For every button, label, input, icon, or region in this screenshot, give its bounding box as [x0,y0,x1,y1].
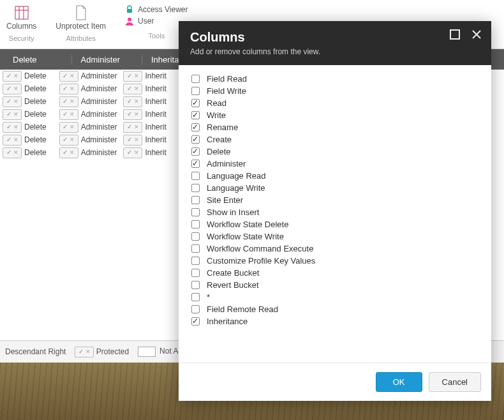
column-option-label: Create Bucket [207,268,259,278]
column-checkbox[interactable] [191,196,200,204]
column-option[interactable]: Field Read [189,73,481,85]
maximize-icon [450,29,460,40]
column-option[interactable]: * [189,291,481,303]
column-option-label: Rename [207,123,238,132]
column-checkbox[interactable] [191,75,200,83]
column-option-label: Delete [207,147,231,156]
column-checkbox[interactable] [191,147,200,156]
columns-dialog: Columns Add or remove columns from the v… [179,21,491,401]
column-option-label: Administer [207,159,246,169]
column-option[interactable]: Rename [189,121,481,133]
column-checkbox[interactable] [191,293,200,301]
dialog-title: Columns [190,30,480,45]
column-option[interactable]: Workflow Command Execute [189,243,481,255]
cancel-button[interactable]: Cancel [429,372,481,392]
column-option-label: Create [207,135,232,144]
column-checkbox[interactable] [191,111,200,119]
column-option[interactable]: Administer [189,158,481,170]
column-checkbox[interactable] [191,220,200,229]
column-option-label: Workflow Command Execute [207,244,313,253]
column-option-label: Workflow State Write [207,232,284,241]
column-checkbox[interactable] [191,232,200,241]
column-option-label: Read [207,98,226,108]
close-icon [471,29,482,40]
close-button[interactable] [471,29,482,40]
column-option[interactable]: Inheritance [189,315,481,327]
column-checkbox[interactable] [191,305,200,313]
column-checkbox[interactable] [191,123,200,131]
column-option-label: Field Remote Read [207,304,278,314]
column-option[interactable]: Read [189,97,481,109]
column-option[interactable]: Workflow State Write [189,230,481,243]
column-option[interactable]: Site Enter [189,194,481,206]
column-option-label: Show in Insert [207,207,259,217]
column-checkbox[interactable] [191,184,200,192]
column-option[interactable]: Field Remote Read [189,303,481,315]
column-option[interactable]: Revert Bucket [189,279,481,291]
dialog-footer: OK Cancel [179,363,491,401]
column-option[interactable]: Workflow State Delete [189,218,481,230]
svg-rect-6 [450,30,459,39]
column-option[interactable]: Show in Insert [189,206,481,218]
column-checkbox[interactable] [191,208,200,216]
column-checkbox[interactable] [191,135,200,144]
column-option-label: Language Read [207,171,266,181]
column-option-label: Site Enter [207,195,243,205]
column-checkbox[interactable] [191,269,200,277]
ok-button[interactable]: OK [376,372,422,392]
column-option-label: Field Write [207,86,246,96]
column-checkbox[interactable] [191,160,200,168]
column-checkbox[interactable] [191,317,200,326]
column-option-label: Revert Bucket [207,280,259,290]
column-option-label: Write [207,110,226,120]
column-option[interactable]: Language Write [189,182,481,194]
column-option[interactable]: Create Bucket [189,267,481,279]
column-option-label: Language Write [207,183,265,193]
column-option[interactable]: Language Read [189,170,481,182]
column-option-label: Customize Profile Key Values [207,256,315,266]
dialog-header: Columns Add or remove columns from the v… [179,21,491,65]
column-option-label: * [207,292,210,302]
column-checkbox[interactable] [191,87,200,95]
column-checkbox[interactable] [191,172,200,180]
column-checkbox[interactable] [191,99,200,107]
column-option-label: Workflow State Delete [207,220,288,229]
column-option[interactable]: Field Write [189,85,481,97]
column-checkbox[interactable] [191,281,200,289]
column-option-label: Inheritance [207,317,248,326]
column-option[interactable]: Create [189,133,481,146]
dialog-subtitle: Add or remove columns from the view. [190,47,480,56]
dialog-body: Field ReadField WriteReadWriteRenameCrea… [179,65,491,363]
column-option[interactable]: Customize Profile Key Values [189,255,481,267]
column-option[interactable]: Delete [189,146,481,158]
column-checkbox[interactable] [191,244,200,253]
column-checkbox[interactable] [191,257,200,265]
column-option[interactable]: Write [189,109,481,121]
maximize-button[interactable] [449,29,461,40]
column-option-label: Field Read [207,74,247,84]
